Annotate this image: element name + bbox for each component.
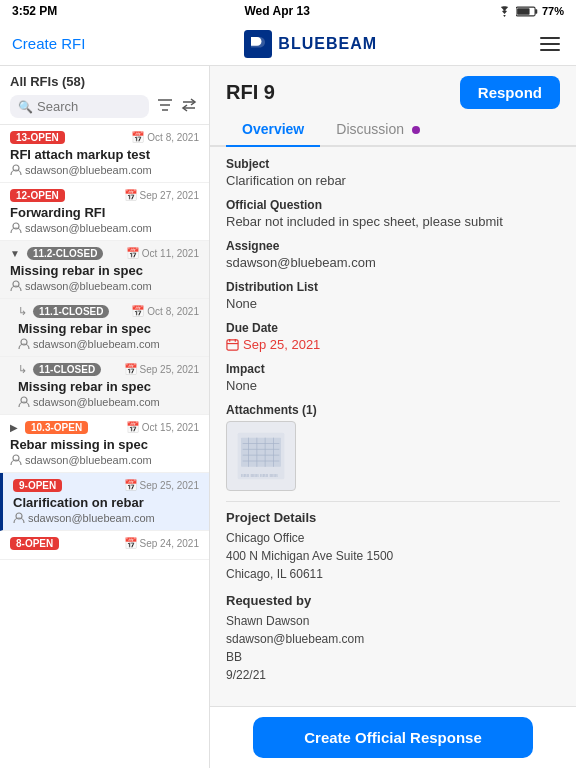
project-details-section: Project Details Chicago Office 400 N Mic… <box>226 510 560 583</box>
calendar-icon: 📅 <box>124 363 138 376</box>
calendar-red-icon <box>226 338 239 351</box>
rfi-title: Missing rebar in spec <box>18 321 199 336</box>
svg-text:BBB BBB BBB BBB: BBB BBB BBB BBB <box>241 473 278 478</box>
search-row: 🔍 <box>10 95 199 118</box>
rfi-title: Rebar missing in spec <box>10 437 199 452</box>
rfi-date: 📅 Oct 15, 2021 <box>126 421 199 434</box>
calendar-icon: 📅 <box>124 189 138 202</box>
user-icon <box>10 454 22 466</box>
tab-overview[interactable]: Overview <box>226 115 320 145</box>
project-details-value: Chicago Office 400 N Michigan Ave Suite … <box>226 529 560 583</box>
list-item[interactable]: 8-OPEN 📅 Sep 24, 2021 <box>0 531 209 560</box>
tab-discussion[interactable]: Discussion <box>320 115 436 145</box>
tabs-row: Overview Discussion <box>210 115 576 147</box>
respond-button[interactable]: Respond <box>460 76 560 109</box>
distribution-label: Distribution List <box>226 280 560 294</box>
rfi-list: 13-OPEN 📅 Oct 8, 2021 RFI attach markup … <box>0 125 209 768</box>
rfi-date: 📅 Oct 8, 2021 <box>131 305 199 318</box>
impact-section: Impact None <box>226 362 560 393</box>
all-rfis-label: All RFIs (58) <box>10 74 199 89</box>
assignee-section: Assignee sdawson@bluebeam.com <box>226 239 560 270</box>
status-date: Wed Apr 13 <box>244 4 309 18</box>
rfi-user: sdawson@bluebeam.com <box>10 222 199 234</box>
logo: BLUEBEAM <box>244 30 377 58</box>
list-item[interactable]: 9-OPEN 📅 Sep 25, 2021 Clarification on r… <box>0 473 209 531</box>
subject-value: Clarification on rebar <box>226 173 560 188</box>
subject-label: Subject <box>226 157 560 171</box>
official-question-value: Rebar not included in spec sheet, please… <box>226 214 560 229</box>
list-item[interactable]: ▶ 10.3-OPEN 📅 Oct 15, 2021 Rebar missing… <box>0 415 209 473</box>
rfi-date: 📅 Sep 27, 2021 <box>124 189 200 202</box>
child-indent-icon: ↳ <box>18 305 27 318</box>
attachments-section: Attachments (1) BBB BBB BBB <box>226 403 560 491</box>
rfi-user: sdawson@bluebeam.com <box>10 454 199 466</box>
rfi-title: Missing rebar in spec <box>10 263 199 278</box>
distribution-section: Distribution List None <box>226 280 560 311</box>
divider <box>226 501 560 502</box>
bottom-bar: Create Official Response <box>210 706 576 768</box>
left-panel: All RFIs (58) 🔍 <box>0 66 210 768</box>
calendar-icon: 📅 <box>131 305 145 318</box>
list-item[interactable]: ▼ 11.2-CLOSED 📅 Oct 11, 2021 Missing reb… <box>0 241 209 299</box>
search-box[interactable]: 🔍 <box>10 95 149 118</box>
attachment-preview-icon: BBB BBB BBB BBB <box>236 431 286 481</box>
battery-percent: 77% <box>542 5 564 17</box>
rfi-badge: 9-OPEN <box>13 479 62 492</box>
bluebeam-logo-text: BLUEBEAM <box>278 35 377 53</box>
rfi-badge: 10.3-OPEN <box>25 421 88 434</box>
assignee-label: Assignee <box>226 239 560 253</box>
calendar-icon: 📅 <box>124 537 138 550</box>
create-official-response-button[interactable]: Create Official Response <box>253 717 533 758</box>
distribution-value: None <box>226 296 560 311</box>
requested-by-label: Requested by <box>226 593 560 608</box>
user-icon <box>10 164 22 176</box>
due-date-label: Due Date <box>226 321 560 335</box>
project-details-label: Project Details <box>226 510 560 525</box>
discussion-dot-indicator <box>412 126 420 134</box>
user-icon <box>13 512 25 524</box>
rfi-number-title: RFI 9 <box>226 81 275 104</box>
rfi-date: 📅 Oct 11, 2021 <box>126 247 199 260</box>
filter-icons <box>155 96 199 117</box>
rfi-date: 📅 Sep 25, 2021 <box>124 363 200 376</box>
hamburger-menu[interactable] <box>536 33 564 55</box>
rfi-badge: 8-OPEN <box>10 537 59 550</box>
filter-button[interactable] <box>155 96 175 117</box>
rfi-badge: 11.2-CLOSED <box>27 247 103 260</box>
svg-rect-16 <box>227 340 238 350</box>
calendar-icon: 📅 <box>131 131 145 144</box>
main-layout: All RFIs (58) 🔍 <box>0 66 576 768</box>
svg-rect-21 <box>241 438 281 467</box>
calendar-icon: 📅 <box>126 247 140 260</box>
search-icon: 🔍 <box>18 100 33 114</box>
top-nav: Create RFI BLUEBEAM <box>0 22 576 66</box>
requested-by-value: Shawn Dawson sdawson@bluebeam.com BB 9/2… <box>226 612 560 684</box>
list-item[interactable]: ↳ 11-CLOSED 📅 Sep 25, 2021 Missing rebar… <box>0 357 209 415</box>
user-icon <box>10 222 22 234</box>
official-question-section: Official Question Rebar not included in … <box>226 198 560 229</box>
filter-icon <box>157 98 173 112</box>
calendar-icon: 📅 <box>124 479 138 492</box>
rfi-user: sdawson@bluebeam.com <box>10 280 199 292</box>
left-header: All RFIs (58) 🔍 <box>0 66 209 125</box>
rfi-user: sdawson@bluebeam.com <box>13 512 199 524</box>
list-item[interactable]: ↳ 11.1-CLOSED 📅 Oct 8, 2021 Missing reba… <box>0 299 209 357</box>
list-item[interactable]: 13-OPEN 📅 Oct 8, 2021 RFI attach markup … <box>0 125 209 183</box>
sort-button[interactable] <box>179 96 199 117</box>
search-input[interactable] <box>37 99 141 114</box>
list-item[interactable]: 12-OPEN 📅 Sep 27, 2021 Forwarding RFI sd… <box>0 183 209 241</box>
user-icon <box>10 280 22 292</box>
attachment-thumbnail[interactable]: BBB BBB BBB BBB <box>226 421 296 491</box>
sort-icon <box>181 98 197 112</box>
rfi-date: 📅 Sep 25, 2021 <box>124 479 200 492</box>
user-icon <box>18 338 30 350</box>
assignee-value: sdawson@bluebeam.com <box>226 255 560 270</box>
rfi-title: Clarification on rebar <box>13 495 199 510</box>
subject-section: Subject Clarification on rebar <box>226 157 560 188</box>
right-panel: RFI 9 Respond Overview Discussion Subjec… <box>210 66 576 768</box>
calendar-icon: 📅 <box>126 421 140 434</box>
rfi-badge: 12-OPEN <box>10 189 65 202</box>
create-rfi-button[interactable]: Create RFI <box>12 35 85 52</box>
rfi-date: 📅 Sep 24, 2021 <box>124 537 200 550</box>
requested-by-section: Requested by Shawn Dawson sdawson@bluebe… <box>226 593 560 684</box>
